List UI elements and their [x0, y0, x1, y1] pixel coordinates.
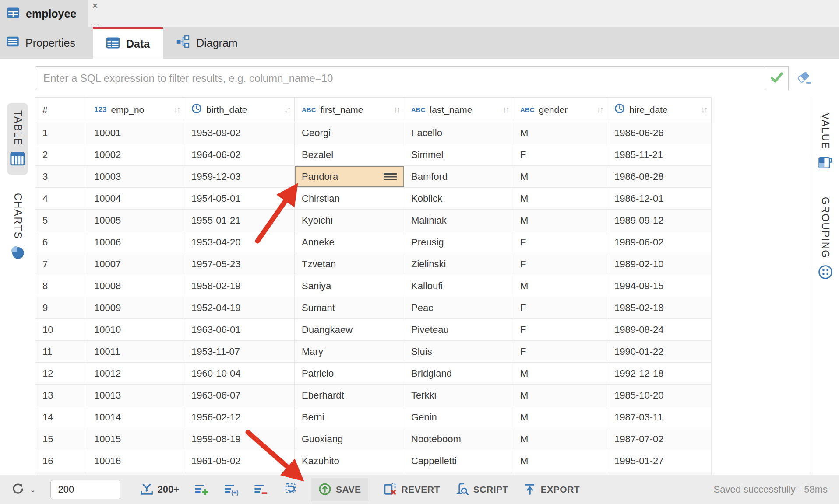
column-header-gender[interactable]: ABC gender ↓↑ [513, 98, 607, 122]
grid-cell-last-name[interactable]: Zielinski [404, 253, 513, 275]
refresh-button[interactable]: ⌄ [11, 483, 35, 497]
grid-cell-last-name[interactable]: Sluis [404, 341, 513, 362]
grid-cell-last-name[interactable]: Cappelletti [404, 450, 513, 472]
grid-cell-birth-date[interactable]: 1953-09-02 [184, 122, 295, 144]
row-limit-input[interactable] [50, 480, 120, 499]
sql-filter-input[interactable] [35, 66, 765, 90]
refresh-grid-button[interactable] [283, 482, 298, 497]
column-header-hire-date[interactable]: hire_date ↓↑ [607, 98, 712, 122]
side-tab-grouping[interactable]: GROUPING [815, 190, 835, 288]
grid-cell-first-name[interactable]: Guoxiang [295, 428, 404, 450]
grid-cell-birth-date[interactable]: 1959-12-03 [184, 166, 295, 187]
grid-cell-last-name[interactable]: Facello [404, 122, 513, 144]
export-button[interactable]: EXPORT [523, 483, 580, 497]
more-icon[interactable]: ... [90, 19, 99, 25]
grid-cell-first-name[interactable]: Bezalel [295, 144, 404, 165]
grid-cell-birth-date[interactable]: 1959-08-19 [184, 428, 295, 450]
grid-cell-gender[interactable]: M [513, 406, 607, 428]
grid-cell-emp-no[interactable]: 10014 [87, 406, 184, 428]
sort-icon[interactable]: ↓↑ [393, 105, 399, 115]
column-header-birth-date[interactable]: birth_date ↓↑ [184, 98, 295, 122]
row-number-cell[interactable]: 8 [35, 275, 87, 297]
document-tab-employee[interactable]: employee [0, 0, 88, 27]
grid-cell-emp-no[interactable]: 10011 [87, 341, 184, 362]
grid-cell-hire-date[interactable]: 1989-09-12 [607, 210, 712, 231]
delete-row-button[interactable] [254, 483, 268, 497]
column-header-last-name[interactable]: ABC last_name ↓↑ [404, 98, 513, 122]
row-number-cell[interactable]: 15 [35, 428, 87, 450]
grid-cell-hire-date[interactable]: 1990-01-22 [607, 341, 712, 362]
grid-cell-gender[interactable]: M [513, 122, 607, 144]
row-number-cell[interactable]: 1 [35, 122, 87, 144]
grid-cell-hire-date[interactable]: 1985-10-20 [607, 385, 712, 406]
grid-cell-first-name[interactable]: Tzvetan [295, 253, 404, 275]
grid-cell-first-name[interactable]: Sumant [295, 297, 404, 318]
grid-cell-hire-date[interactable]: 1989-02-10 [607, 253, 712, 275]
grid-cell-emp-no[interactable]: 10001 [87, 122, 184, 144]
grid-cell-first-name[interactable]: Patricio [295, 363, 404, 384]
grid-cell-birth-date[interactable]: 1953-04-20 [184, 231, 295, 253]
grid-cell-gender[interactable]: F [513, 297, 607, 318]
grid-cell-emp-no[interactable]: 10006 [87, 231, 184, 253]
column-header-row-number[interactable]: # [35, 98, 87, 122]
grid-cell-last-name[interactable]: Maliniak [404, 210, 513, 231]
grid-cell-hire-date[interactable]: 1989-06-02 [607, 231, 712, 253]
row-number-cell[interactable]: 4 [35, 188, 87, 209]
tab-data[interactable]: Data [93, 27, 163, 59]
grid-cell-birth-date[interactable]: 1963-06-07 [184, 385, 295, 406]
grid-cell-last-name[interactable]: Nooteboom [404, 428, 513, 450]
tab-properties[interactable]: Properties [0, 27, 93, 59]
grid-cell-gender[interactable]: F [513, 319, 607, 340]
grid-cell-last-name[interactable]: Piveteau [404, 319, 513, 340]
grid-cell-gender[interactable]: F [513, 253, 607, 275]
grid-cell-last-name[interactable]: Bridgland [404, 363, 513, 384]
grid-cell-birth-date[interactable]: 1964-06-02 [184, 144, 295, 165]
fetch-next-page-button[interactable]: 200+ [140, 483, 179, 497]
grid-cell-first-name[interactable]: Berni [295, 406, 404, 428]
grid-cell-emp-no[interactable]: 10010 [87, 319, 184, 340]
sort-icon[interactable]: ↓↑ [502, 105, 508, 115]
close-icon[interactable]: × [92, 1, 98, 10]
grid-cell-hire-date[interactable]: 1995-01-27 [607, 450, 712, 472]
save-button[interactable]: SAVE [311, 478, 368, 501]
grid-cell-gender[interactable]: M [513, 385, 607, 406]
tab-diagram[interactable]: Diagram [163, 27, 250, 59]
grid-cell-hire-date[interactable]: 1987-07-02 [607, 428, 712, 450]
grid-cell-first-name[interactable]: Chirstian [295, 188, 404, 209]
script-button[interactable]: SCRIPT [455, 482, 508, 497]
grid-cell-birth-date[interactable]: 1953-11-07 [184, 341, 295, 362]
row-number-cell[interactable]: 3 [35, 166, 87, 187]
grid-cell-gender[interactable]: M [513, 210, 607, 231]
column-header-first-name[interactable]: ABC first_name ↓↑ [295, 98, 404, 122]
selected-cell[interactable]: Pandora [295, 166, 404, 187]
row-number-cell[interactable]: 2 [35, 144, 87, 165]
grid-cell-first-name[interactable]: Anneke [295, 231, 404, 253]
row-number-cell[interactable]: 11 [35, 341, 87, 362]
grid-cell-emp-no[interactable]: 10012 [87, 363, 184, 384]
grid-cell-gender[interactable]: M [513, 428, 607, 450]
row-number-cell[interactable]: 5 [35, 210, 87, 231]
grid-cell-last-name[interactable]: Preusig [404, 231, 513, 253]
row-number-cell[interactable]: 10 [35, 319, 87, 340]
row-number-cell[interactable]: 9 [35, 297, 87, 318]
row-number-cell[interactable]: 16 [35, 450, 87, 472]
grid-cell-hire-date[interactable]: 1986-12-01 [607, 188, 712, 209]
grid-cell-birth-date[interactable]: 1954-05-01 [184, 188, 295, 209]
grid-cell-first-name[interactable]: Saniya [295, 275, 404, 297]
grid-cell-last-name[interactable]: Simmel [404, 144, 513, 165]
grid-cell-last-name[interactable]: Terkki [404, 385, 513, 406]
grid-cell-first-name[interactable]: Georgi [295, 122, 404, 144]
grid-cell-hire-date[interactable]: 1986-06-26 [607, 122, 712, 144]
sort-icon[interactable]: ↓↑ [284, 105, 290, 115]
row-number-cell[interactable]: 13 [35, 385, 87, 406]
duplicate-row-button[interactable]: (+) [224, 483, 239, 497]
grid-cell-first-name[interactable]: Mary [295, 341, 404, 362]
grid-cell-gender[interactable]: M [513, 363, 607, 384]
grid-cell-first-name[interactable]: Duangkaew [295, 319, 404, 340]
grid-cell-last-name[interactable]: Koblick [404, 188, 513, 209]
grid-cell-hire-date[interactable]: 1994-09-15 [607, 275, 712, 297]
grid-cell-emp-no[interactable]: 10003 [87, 166, 184, 187]
grid-cell-birth-date[interactable]: 1958-02-19 [184, 275, 295, 297]
grid-cell-gender[interactable]: M [513, 275, 607, 297]
grid-cell-hire-date[interactable]: 1989-08-24 [607, 319, 712, 340]
